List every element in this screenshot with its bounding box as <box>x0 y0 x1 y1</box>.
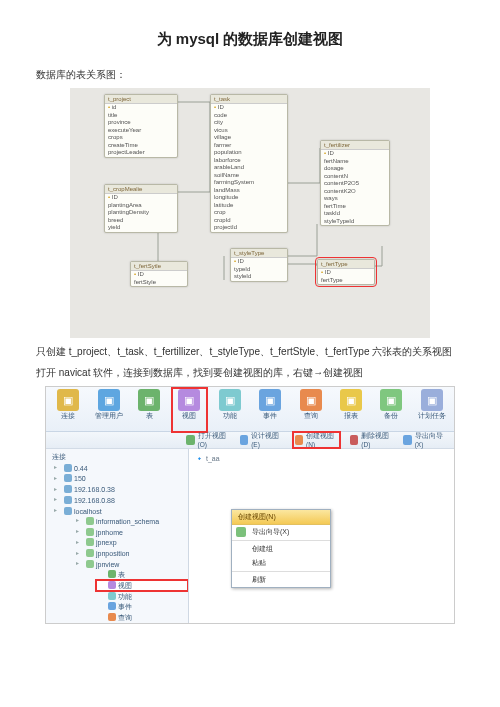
tree-object-功能[interactable]: 功能 <box>96 591 188 602</box>
subtoolbar-button[interactable]: 导出向导(X) <box>403 432 446 448</box>
tree-object-事件[interactable]: 事件 <box>96 602 188 613</box>
toolbar-label: 事件 <box>263 412 277 421</box>
tree-icon <box>64 507 72 515</box>
tree-label: jpnview <box>96 561 119 568</box>
toolbar-label: 表 <box>146 412 153 421</box>
context-menu-item[interactable]: 创建组 <box>232 540 330 556</box>
tree-database[interactable]: jpnhome <box>74 527 188 538</box>
table-t-styletype: t_styleType ID typeId styleId <box>230 248 288 282</box>
context-menu[interactable]: 创建视图(N) 导出向导(X) 创建组 粘贴 刷新 <box>231 509 331 588</box>
toolbar-button-备份[interactable]: ▣备份 <box>375 389 407 431</box>
toolbar-icon: ▣ <box>421 389 443 411</box>
tree-icon <box>86 528 94 536</box>
paragraph-2: 只创建 t_project、t_task、t_fertillizer、t_sty… <box>36 344 464 359</box>
toolbar-button-计划任务[interactable]: ▣计划任务 <box>416 389 448 431</box>
toolbar-icon: ▣ <box>98 389 120 411</box>
toolbar-button-报表[interactable]: ▣报表 <box>335 389 367 431</box>
table-header: t_fertSytle <box>131 262 187 271</box>
tree-database[interactable]: information_schema <box>74 516 188 527</box>
tree-icon <box>108 592 116 600</box>
tree-label: 表 <box>118 571 125 578</box>
table-header: t_styleType <box>231 249 287 258</box>
toolbar-label: 管理用户 <box>95 412 123 421</box>
tree-label: information_schema <box>96 518 159 525</box>
navicat-window: ▣连接▣管理用户▣表▣视图▣功能▣事件▣查询▣报表▣备份▣计划任务 打开视图(O… <box>45 386 455 624</box>
toolbar-label: 计划任务 <box>418 412 446 421</box>
paragraph-1: 数据库的表关系图： <box>36 67 464 82</box>
subtoolbar-label: 导出向导(X) <box>415 432 446 448</box>
toolbar-label: 视图 <box>182 412 196 421</box>
tree-object-表[interactable]: 表 <box>96 570 188 581</box>
subtoolbar-label: 创建视图(N) <box>306 432 338 448</box>
subtoolbar-button[interactable]: 删除视图(D) <box>350 432 393 448</box>
tree-icon <box>64 485 72 493</box>
tree-label: 事件 <box>118 603 132 610</box>
object-name: 🔹 t_aa <box>195 455 220 463</box>
table-t-task: t_task ID code city vicus village farmer… <box>210 94 288 233</box>
page-title: 为 mysql 的数据库创建视图 <box>36 30 464 49</box>
paragraph-3: 打开 navicat 软件，连接到数据库，找到要创建视图的库，右键→创建视图 <box>36 365 464 380</box>
tree-icon <box>108 581 116 589</box>
tree-label: jpnhome <box>96 529 123 536</box>
context-menu-item[interactable]: 刷新 <box>232 571 330 587</box>
toolbar-button-功能[interactable]: ▣功能 <box>214 389 246 431</box>
toolbar-label: 报表 <box>344 412 358 421</box>
tree-icon <box>108 570 116 578</box>
toolbar-icon: ▣ <box>300 389 322 411</box>
connection-tree[interactable]: 连接 0.44150192.168.0.38192.168.0.88localh… <box>46 449 189 624</box>
tree-connection[interactable]: 150 <box>52 474 188 485</box>
tree-label: jpnposition <box>96 550 129 557</box>
tree-object-查询[interactable]: 查询 <box>96 613 188 624</box>
toolbar-label: 功能 <box>223 412 237 421</box>
tree-database-open[interactable]: jpnview表视图功能事件查询报表备份 <box>74 559 188 624</box>
table-header: t_task <box>211 95 287 104</box>
tree-icon <box>108 613 116 621</box>
table-header: t_fertType <box>318 260 374 269</box>
subtoolbar-label: 删除视图(D) <box>361 432 393 448</box>
tree-label: 视图 <box>118 582 132 589</box>
tree-label: 0.44 <box>74 465 88 472</box>
tree-label: jpnexp <box>96 539 117 546</box>
toolbar-button-连接[interactable]: ▣连接 <box>52 389 84 431</box>
tree-connection[interactable]: 192.168.0.88 <box>52 495 188 506</box>
toolbar-button-管理用户[interactable]: ▣管理用户 <box>92 389 124 431</box>
subtoolbar-icon <box>240 435 249 445</box>
table-t-project: t_project id title province executeYear … <box>104 94 178 158</box>
tree-icon <box>108 602 116 610</box>
sub-toolbar: 打开视图(O)设计视图(E)创建视图(N)删除视图(D)导出向导(X) <box>46 432 454 449</box>
toolbar-icon: ▣ <box>57 389 79 411</box>
subtoolbar-button[interactable]: 设计视图(E) <box>240 432 283 448</box>
toolbar-button-视图[interactable]: ▣视图 <box>173 389 205 431</box>
tree-connection[interactable]: 0.44 <box>52 463 188 474</box>
tree-icon <box>86 517 94 525</box>
context-menu-header[interactable]: 创建视图(N) <box>232 510 330 525</box>
table-header: t_cropMealie <box>105 185 177 194</box>
context-menu-item[interactable]: 粘贴 <box>232 556 330 570</box>
toolbar-button-事件[interactable]: ▣事件 <box>254 389 286 431</box>
subtoolbar-button[interactable]: 创建视图(N) <box>293 432 340 448</box>
table-header: t_fertilizer <box>321 141 389 150</box>
context-menu-item[interactable]: 导出向导(X) <box>232 525 330 539</box>
tree-connection[interactable]: 192.168.0.38 <box>52 485 188 496</box>
main-toolbar: ▣连接▣管理用户▣表▣视图▣功能▣事件▣查询▣报表▣备份▣计划任务 <box>46 387 454 432</box>
tree-header: 连接 <box>50 451 188 463</box>
tree-icon <box>64 496 72 504</box>
toolbar-button-查询[interactable]: ▣查询 <box>294 389 326 431</box>
tree-object-报表[interactable]: 报表 <box>96 623 188 624</box>
er-diagram: t_project id title province executeYear … <box>70 88 430 338</box>
tree-icon <box>64 464 72 472</box>
tree-label: 150 <box>74 475 86 482</box>
toolbar-button-表[interactable]: ▣表 <box>133 389 165 431</box>
subtoolbar-icon <box>186 435 195 445</box>
table-t-fertilizer: t_fertilizer ID fertName dosage contentN… <box>320 140 390 226</box>
table-t-fertstyle: t_fertSytle ID fertStyle <box>130 261 188 287</box>
tree-connection-open[interactable]: localhostinformation_schemajpnhomejpnexp… <box>52 506 188 624</box>
subtoolbar-button[interactable]: 打开视图(O) <box>186 432 230 448</box>
tree-object-视图[interactable]: 视图 <box>96 580 188 591</box>
toolbar-icon: ▣ <box>340 389 362 411</box>
tree-database[interactable]: jpnposition <box>74 549 188 560</box>
tree-database[interactable]: jpnexp <box>74 538 188 549</box>
table-header: t_project <box>105 95 177 104</box>
tree-icon <box>86 538 94 546</box>
toolbar-icon: ▣ <box>219 389 241 411</box>
